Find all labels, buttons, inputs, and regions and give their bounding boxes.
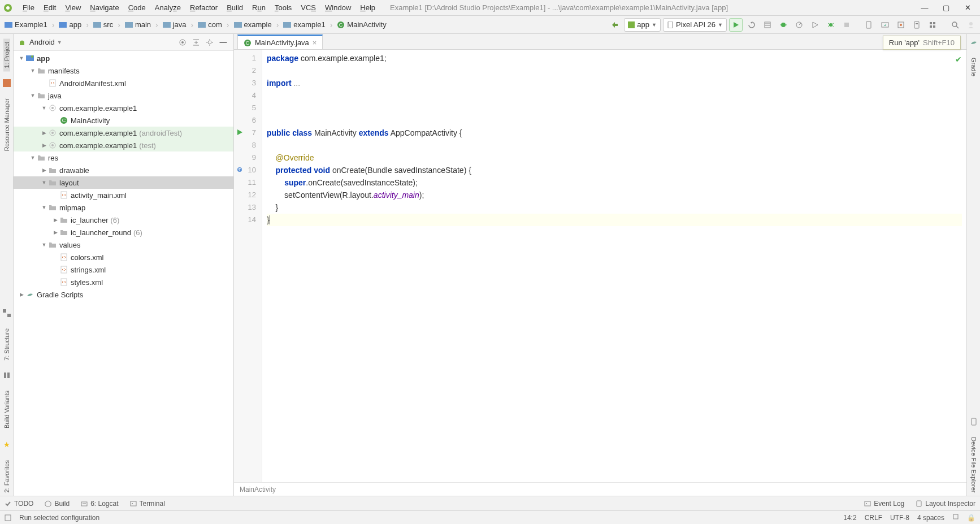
sdk-manager-button[interactable]: [878, 18, 892, 32]
line-number[interactable]: 9: [234, 151, 262, 164]
tool-window-project[interactable]: 1: Project: [3, 38, 10, 71]
breadcrumb-main[interactable]: main: [123, 20, 153, 29]
profile-button[interactable]: [792, 18, 806, 32]
run-gutter-icon[interactable]: [236, 129, 243, 136]
menu-edit[interactable]: Edit: [39, 3, 60, 12]
tree-node-layout[interactable]: ▼layout: [14, 176, 233, 189]
menu-vcs[interactable]: VCS: [296, 3, 320, 12]
tree-node-values[interactable]: ▼values: [14, 239, 233, 251]
tool-window-build[interactable]: Build: [45, 500, 70, 508]
lock-icon[interactable]: 🔒: [967, 514, 975, 522]
tool-window-event-log[interactable]: Event Log: [864, 500, 904, 508]
menu-run[interactable]: Run: [248, 3, 270, 12]
search-everywhere-button[interactable]: [948, 18, 962, 32]
tree-node-gradle-scripts[interactable]: ▶Gradle Scripts: [14, 288, 233, 301]
menu-code[interactable]: Code: [124, 3, 150, 12]
line-number[interactable]: 1: [234, 52, 262, 64]
line-number[interactable]: 10: [234, 164, 262, 176]
device-selector[interactable]: Pixel API 26▼: [663, 18, 727, 32]
breadcrumb-app[interactable]: app: [57, 20, 84, 29]
tree-node-java[interactable]: ▼java: [14, 89, 233, 102]
tree-node-com-example-example1[interactable]: ▶com.example.example1(test): [14, 139, 233, 151]
memory-indicator-icon[interactable]: [952, 513, 959, 522]
tree-node-ic-launcher-round[interactable]: ▶ic_launcher_round(6): [14, 226, 233, 239]
tool-window-gradle[interactable]: Gradle: [970, 54, 977, 80]
editor-tab-close-button[interactable]: ×: [313, 38, 317, 47]
tree-node-androidmanifest-xml[interactable]: AndroidManifest.xml: [14, 77, 233, 89]
line-number[interactable]: 11: [234, 176, 262, 189]
expand-toggle-icon[interactable]: ▼: [41, 242, 47, 248]
coverage-button[interactable]: [808, 18, 822, 32]
menu-view[interactable]: View: [60, 3, 85, 12]
expand-all-button[interactable]: [190, 37, 202, 48]
tree-node-manifests[interactable]: ▼manifests: [14, 64, 233, 77]
window-close-button[interactable]: ✕: [962, 3, 973, 12]
tool-window-structure[interactable]: 7: Structure: [3, 325, 10, 364]
line-separator[interactable]: CRLF: [865, 514, 882, 522]
panel-settings-button[interactable]: [204, 37, 215, 48]
tool-window-terminal[interactable]: Terminal: [130, 500, 165, 508]
breadcrumb-project[interactable]: Example1: [2, 20, 50, 29]
line-number[interactable]: 7: [234, 127, 262, 139]
apply-changes-button[interactable]: [745, 18, 758, 32]
stop-button[interactable]: [840, 18, 853, 32]
file-encoding[interactable]: UTF-8: [890, 514, 909, 522]
select-opened-file-button[interactable]: [177, 37, 188, 48]
expand-toggle-icon[interactable]: ▶: [41, 142, 47, 148]
tool-window-resource-manager[interactable]: Resource Manager: [3, 95, 10, 155]
tree-node-com-example-example1[interactable]: ▼com.example.example1: [14, 102, 233, 114]
breadcrumb-java[interactable]: java: [161, 20, 189, 29]
expand-toggle-icon[interactable]: ▶: [41, 130, 47, 136]
breadcrumb-class[interactable]: CMainActivity: [335, 20, 388, 29]
tree-node-styles-xml[interactable]: styles.xml: [14, 276, 233, 288]
line-number[interactable]: 2: [234, 64, 262, 77]
expand-toggle-icon[interactable]: ▼: [29, 155, 36, 161]
editor-gutter[interactable]: 1234567891011121314: [234, 50, 262, 482]
line-number[interactable]: 4: [234, 89, 262, 102]
tree-node-com-example-example1[interactable]: ▶com.example.example1(androidTest): [14, 127, 233, 139]
expand-toggle-icon[interactable]: ▶: [41, 167, 47, 173]
tree-node-strings-xml[interactable]: strings.xml: [14, 263, 233, 276]
run-config-selector[interactable]: app▼: [624, 18, 661, 32]
editor-tab-mainactivity[interactable]: C MainActivity.java ×: [237, 34, 323, 49]
resource-manager-button[interactable]: [894, 18, 908, 32]
tool-window-logcat[interactable]: 6: Logcat: [81, 500, 118, 508]
breadcrumb-example[interactable]: example: [232, 20, 274, 29]
app-quality-button[interactable]: [926, 18, 939, 32]
attach-debugger-button[interactable]: [824, 18, 838, 32]
menu-analyze[interactable]: Analyze: [150, 3, 185, 12]
hide-panel-button[interactable]: —: [218, 37, 229, 48]
run-button[interactable]: [729, 18, 743, 32]
tool-window-build-variants[interactable]: Build Variants: [3, 387, 10, 432]
indent-settings[interactable]: 4 spaces: [917, 514, 944, 522]
expand-toggle-icon[interactable]: ▶: [18, 292, 25, 297]
menu-file[interactable]: File: [18, 3, 39, 12]
menu-window[interactable]: Window: [320, 3, 355, 12]
debug-button[interactable]: [777, 18, 790, 32]
menu-tools[interactable]: Tools: [270, 3, 296, 12]
line-number[interactable]: 3: [234, 77, 262, 89]
code-editor[interactable]: ✔ package com.example.example1; import .…: [262, 50, 966, 482]
expand-toggle-icon[interactable]: ▼: [41, 205, 47, 210]
sync-project-button[interactable]: [608, 18, 622, 32]
apply-code-changes-button[interactable]: [761, 18, 774, 32]
breadcrumb-com[interactable]: com: [196, 20, 224, 29]
menu-help[interactable]: Help: [355, 3, 380, 12]
tree-node-colors-xml[interactable]: colors.xml: [14, 251, 233, 263]
window-maximize-button[interactable]: ▢: [940, 3, 952, 12]
line-number[interactable]: 6: [234, 114, 262, 127]
tool-window-device-file-explorer[interactable]: Device File Explorer: [970, 434, 977, 496]
menu-navigate[interactable]: Navigate: [85, 3, 123, 12]
caret-position[interactable]: 14:2: [843, 514, 856, 522]
tree-node-res[interactable]: ▼res: [14, 151, 233, 164]
line-number[interactable]: 13: [234, 201, 262, 214]
tree-node-activity-main-xml[interactable]: activity_main.xml: [14, 189, 233, 201]
override-gutter-icon[interactable]: [236, 166, 243, 173]
expand-toggle-icon[interactable]: ▶: [52, 217, 59, 223]
expand-toggle-icon[interactable]: ▼: [41, 105, 47, 111]
line-number[interactable]: 14: [234, 214, 262, 226]
tool-window-favorites[interactable]: 2: Favorites: [3, 457, 10, 496]
project-view-selector[interactable]: Android: [29, 38, 55, 46]
menu-build[interactable]: Build: [222, 3, 248, 12]
user-icon[interactable]: [964, 18, 978, 32]
